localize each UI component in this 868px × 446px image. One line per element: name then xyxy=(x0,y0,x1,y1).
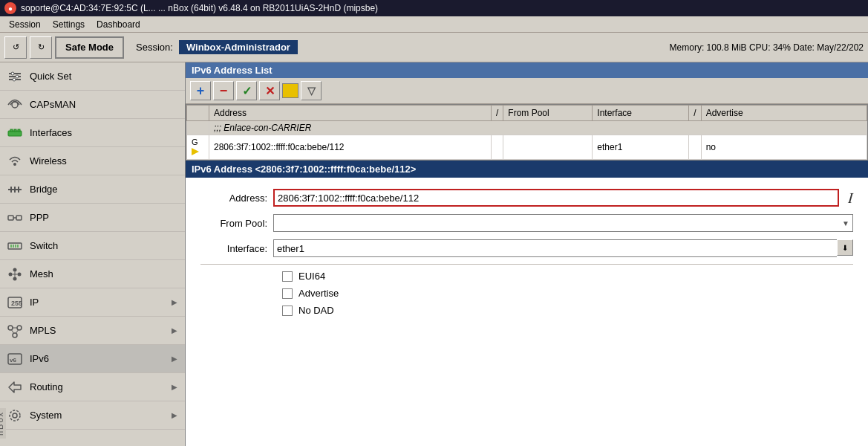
svg-rect-16 xyxy=(8,216,13,220)
safe-mode-button[interactable]: Safe Mode xyxy=(55,36,124,59)
advertise-label: Advertise xyxy=(298,288,339,299)
nodad-row: No DAD xyxy=(186,302,868,319)
ppp-icon xyxy=(6,209,24,227)
sidebar-label-wireless: Wireless xyxy=(30,155,179,167)
system-expand-arrow: ▶ xyxy=(170,411,179,420)
ip-expand-arrow: ▶ xyxy=(170,298,179,307)
ipv6-address-list-panel: IPv6 Address List + − ✓ ✕ ▽ Address / xyxy=(186,62,868,446)
col-divider-1: / xyxy=(492,106,503,121)
svg-point-34 xyxy=(13,333,17,337)
redo-button[interactable]: ↻ xyxy=(30,36,52,59)
advertise-checkbox[interactable] xyxy=(282,288,293,299)
nodad-checkbox[interactable] xyxy=(282,306,293,316)
interface-dropdown-arrow: ⬇ xyxy=(842,244,848,252)
col-header-empty xyxy=(187,106,209,121)
switch-icon xyxy=(6,237,24,255)
row-status: G xyxy=(187,135,209,160)
ip-icon: 255 xyxy=(6,294,24,311)
eui64-row: EUI64 xyxy=(186,268,868,285)
wireless-icon xyxy=(6,152,24,170)
svg-point-25 xyxy=(18,272,22,276)
sidebar-item-routing[interactable]: Routing ▶ xyxy=(0,373,185,401)
ipv6-icon: v6 xyxy=(6,350,24,368)
bridge-icon xyxy=(6,181,24,198)
sidebar-label-switch: Switch xyxy=(30,240,179,251)
mpls-icon xyxy=(6,322,24,340)
sidebar-item-quick-set[interactable]: Quick Set xyxy=(0,62,185,91)
cursor-i-beam: 𝐼 xyxy=(848,190,853,207)
form-divider xyxy=(200,264,853,265)
menu-dashboard[interactable]: Dashboard xyxy=(91,18,146,31)
sidebar-item-bridge[interactable]: Bridge xyxy=(0,175,185,204)
address-input[interactable] xyxy=(273,189,839,207)
address-row: Address: 𝐼 xyxy=(186,185,868,210)
sidebar-label-mesh: Mesh xyxy=(30,268,179,279)
row-divider xyxy=(492,135,503,160)
sidebar-label-routing: Routing xyxy=(30,381,170,392)
panel-title: IPv6 Address List xyxy=(186,62,868,78)
row-from-pool xyxy=(503,135,593,160)
svg-text:v6: v6 xyxy=(10,357,16,363)
routing-expand-arrow: ▶ xyxy=(170,383,179,392)
main-toolbar: ↺ ↻ Safe Mode Session: Winbox-Administra… xyxy=(0,33,868,62)
status-g: G xyxy=(192,138,198,146)
sidebar-label-interfaces: Interfaces xyxy=(30,127,179,138)
sidebar-item-mpls[interactable]: MPLS ▶ xyxy=(0,317,185,345)
menu-settings[interactable]: Settings xyxy=(47,18,91,31)
interface-label: Interface: xyxy=(200,243,267,254)
sidebar-label-quick-set: Quick Set xyxy=(30,71,179,82)
from-pool-arrow-icon: ▼ xyxy=(842,219,849,227)
sidebar-item-system[interactable]: System ▶ xyxy=(0,401,185,430)
table-row[interactable]: G 2806:3f7:1002::ffff:f0ca:bebe/112 ethe… xyxy=(187,135,867,160)
svg-point-4 xyxy=(16,75,19,78)
col-header-interface[interactable]: Interface xyxy=(593,106,689,121)
menu-session[interactable]: Session xyxy=(3,18,47,31)
interfaces-icon xyxy=(6,124,24,142)
sidebar-item-ppp[interactable]: PPP xyxy=(0,204,185,232)
svg-point-5 xyxy=(13,78,16,81)
enable-button[interactable]: ✓ xyxy=(236,81,257,100)
interface-input[interactable] xyxy=(273,239,837,257)
capsman-icon xyxy=(6,96,24,114)
filter-button[interactable]: ▽ xyxy=(301,81,322,100)
advertise-row: Advertise xyxy=(186,285,868,302)
nbox-label: nBox xyxy=(0,408,6,439)
col-header-advertise[interactable]: Advertise xyxy=(701,106,867,121)
interface-dropdown-btn[interactable]: ⬇ xyxy=(837,239,853,256)
sidebar-item-wireless[interactable]: Wireless xyxy=(0,147,185,175)
col-header-address[interactable]: Address xyxy=(209,106,492,121)
sidebar-item-switch[interactable]: Switch xyxy=(0,232,185,260)
svg-point-27 xyxy=(13,277,17,280)
row-address: 2806:3f7:1002::ffff:f0ca:bebe/112 xyxy=(209,135,492,160)
from-pool-dropdown[interactable]: ▼ xyxy=(273,214,853,232)
main-layout: Quick Set CAPsMAN Interfaces Wireless xyxy=(0,62,868,446)
quick-set-icon xyxy=(6,68,24,85)
sidebar-label-ip: IP xyxy=(30,297,170,308)
undo-button[interactable]: ↺ xyxy=(4,36,27,59)
sidebar-item-mesh[interactable]: Mesh xyxy=(0,260,185,288)
status-info: Memory: 100.8 MiB CPU: 34% Date: May/22/… xyxy=(670,42,864,53)
svg-line-37 xyxy=(16,329,19,334)
svg-rect-17 xyxy=(16,216,22,220)
row-interface: ether1 xyxy=(593,135,689,160)
sidebar-item-ipv6[interactable]: v6 IPv6 ▶ xyxy=(0,345,185,373)
sidebar-item-capsman[interactable]: CAPsMAN xyxy=(0,91,185,119)
remove-button[interactable]: − xyxy=(213,81,234,100)
title-bar-text: soporte@C4:AD:34:7E:92:5C (L... ... nBox… xyxy=(21,3,864,13)
sidebar-item-ip[interactable]: 255 IP ▶ xyxy=(0,288,185,317)
col-header-from-pool[interactable]: From Pool xyxy=(503,106,593,121)
svg-point-40 xyxy=(13,413,17,418)
sidebar-label-mpls: MPLS xyxy=(30,325,170,336)
comment-button[interactable] xyxy=(282,83,298,98)
row-divider2 xyxy=(689,135,701,160)
svg-rect-8 xyxy=(10,129,13,132)
svg-point-24 xyxy=(9,272,13,276)
group-empty xyxy=(187,121,209,135)
eui64-checkbox[interactable] xyxy=(282,271,293,282)
add-button[interactable]: + xyxy=(190,81,211,100)
yellow-arrow-icon xyxy=(192,148,199,155)
ipv6-expand-arrow: ▶ xyxy=(170,355,179,363)
sidebar-item-interfaces[interactable]: Interfaces xyxy=(0,119,185,147)
disable-button[interactable]: ✕ xyxy=(259,81,280,100)
address-label: Address: xyxy=(200,193,267,204)
